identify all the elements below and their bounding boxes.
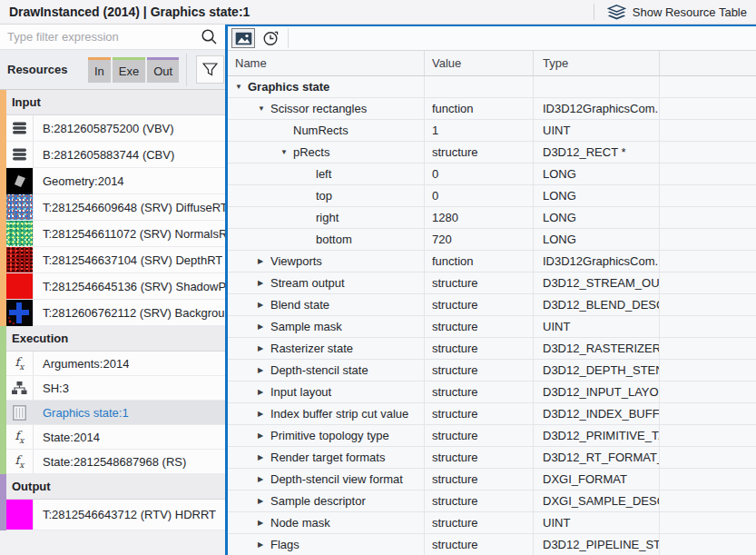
table-row-scissor-rectangles[interactable]: Scissor rectanglesfunctionID3D12Graphics…	[228, 98, 756, 120]
cell-name: Blend state	[228, 294, 425, 315]
table-row-top[interactable]: top0LONG	[228, 185, 756, 207]
filter-toggle-exe[interactable]: Exe	[113, 57, 145, 83]
expander-collapsed-icon[interactable]	[258, 431, 270, 440]
cell-type: LONG	[534, 229, 660, 250]
cell-name: Input layout	[228, 382, 425, 402]
expander-collapsed-icon[interactable]	[258, 519, 270, 527]
sidebar-item-graphics-state-1[interactable]: Graphics state:1	[6, 401, 225, 425]
table-row-sample-descriptor[interactable]: Sample descriptorstructureDXGI_SAMPLE_DE…	[228, 491, 756, 512]
search-icon[interactable]	[201, 28, 218, 45]
table-row-render-target-formats[interactable]: Render target formatsstructureD3D12_RT_F…	[228, 447, 756, 469]
table-row-primitive-topology-type[interactable]: Primitive topology typestructureD3D12_PR…	[228, 425, 756, 447]
image-view-button[interactable]	[231, 28, 255, 48]
row-name-label: bottom	[316, 233, 352, 246]
layers-icon	[607, 5, 626, 20]
table-row-right[interactable]: right1280LONG	[228, 207, 756, 229]
sidebar-item-t-2812546643712-rtv-hdrrt[interactable]: T:2812546643712 (RTV) HDRRT	[6, 500, 225, 530]
cell-type: UINT	[534, 316, 660, 337]
show-resource-table-button[interactable]: Show Resource Table	[607, 5, 756, 20]
sidebar-item-label: Geometry:2014	[34, 168, 124, 193]
history-view-button[interactable]	[259, 28, 282, 48]
sidebar-item-t-2812546645136-srv-shadowpa[interactable]: T:2812546645136 (SRV) ShadowPa...	[6, 273, 225, 300]
expander-collapsed-icon[interactable]	[258, 453, 270, 461]
table-row-depth-stencil-state[interactable]: Depth-stencil statestructureD3D12_DEPTH_…	[228, 360, 756, 382]
cell-type: D3D12_INPUT_LAYO...	[534, 382, 660, 402]
sidebar-item-b-2812605875200-vbv[interactable]: B:2812605875200 (VBV)	[6, 115, 225, 142]
sidebar-item-t-2812546611072-srv-normalsrt[interactable]: T:2812546611072 (SRV) NormalsRT	[6, 221, 225, 247]
column-header-name[interactable]: Name	[228, 51, 425, 75]
table-row-node-mask[interactable]: Node maskstructureUINT	[228, 512, 756, 534]
table-row-flags[interactable]: FlagsstructureD3D12_PIPELINE_STA...	[228, 534, 756, 555]
state-table-body: Graphics stateScissor rectanglesfunction…	[228, 76, 756, 555]
section-execution: ExecutionfxArguments:2014SH:3Graphics st…	[0, 326, 225, 474]
sidebar-item-t-2812546609648-srv-diffusert[interactable]: T:2812546609648 (SRV) DiffuseRT	[6, 194, 225, 221]
filter-funnel-button[interactable]	[196, 55, 224, 84]
cell-empty	[660, 164, 756, 184]
cell-value: structure	[425, 338, 534, 359]
cell-empty	[660, 338, 756, 359]
expander-collapsed-icon[interactable]	[258, 344, 270, 352]
expander-collapsed-icon[interactable]	[258, 497, 270, 505]
state-icon	[6, 401, 34, 424]
table-row-prects[interactable]: pRectsstructure D3D12_RECT *	[228, 142, 756, 164]
sidebar-item-b-2812605883744-cbv[interactable]: B:2812605883744 (CBV)	[6, 142, 225, 168]
row-name-label: Primitive topology type	[270, 429, 389, 442]
cell-type: D3D12_RASTERIZER_...	[534, 338, 660, 359]
column-header-type[interactable]: Type	[534, 51, 660, 75]
sidebar-item-geometry-2014[interactable]: Geometry:2014	[6, 168, 225, 194]
table-row-rasterizer-state[interactable]: Rasterizer statestructureD3D12_RASTERIZE…	[228, 338, 756, 360]
cell-value: structure	[425, 534, 534, 555]
cell-name: Primitive topology type	[228, 425, 425, 446]
cell-name: top	[228, 185, 425, 206]
expander-expanded-icon[interactable]	[280, 148, 293, 156]
table-row-index-buffer-strip-cut-value[interactable]: Index buffer strip cut valuestructureD3D…	[228, 403, 756, 425]
cell-value: structure	[425, 491, 534, 511]
sidebar-item-state-2812548687968-rs[interactable]: fxState:2812548687968 (RS)	[6, 450, 225, 474]
row-name-label: Index buffer strip cut value	[270, 407, 408, 421]
table-row-bottom[interactable]: bottom720LONG	[228, 229, 756, 251]
expander-collapsed-icon[interactable]	[258, 257, 270, 265]
cell-type: LONG	[534, 164, 660, 184]
sidebar-item-state-2014[interactable]: fxState:2014	[6, 425, 225, 450]
table-row-stream-output[interactable]: Stream outputstructureD3D12_STREAM_OU...	[228, 273, 756, 294]
table-row-numrects[interactable]: NumRects1UINT	[228, 120, 756, 142]
expander-collapsed-icon[interactable]	[258, 301, 270, 309]
table-row-depth-stencil-view-format[interactable]: Depth-stencil view formatstructureDXGI_F…	[228, 469, 756, 491]
table-row-left[interactable]: left0LONG	[228, 164, 756, 185]
cell-value: structure	[425, 316, 534, 337]
section-header-output: Output	[6, 474, 225, 500]
column-header-value[interactable]: Value	[425, 51, 534, 75]
sidebar-item-label: Arguments:2014	[34, 352, 129, 375]
table-row-graphics-state[interactable]: Graphics state	[228, 76, 756, 98]
table-row-blend-state[interactable]: Blend statestructureD3D12_BLEND_DESC	[228, 294, 756, 316]
cell-type: D3D12_BLEND_DESC	[534, 294, 660, 315]
sidebar-item-label: T:2812606762112 (SRV) Backgrou...	[34, 300, 225, 325]
expander-expanded-icon[interactable]	[235, 83, 248, 91]
cell-empty	[660, 403, 756, 424]
sidebar-item-label: B:2812605875200 (VBV)	[34, 115, 174, 141]
expander-expanded-icon[interactable]	[258, 104, 270, 113]
filter-toggle-in[interactable]: In	[88, 57, 111, 83]
expander-collapsed-icon[interactable]	[258, 322, 270, 331]
expander-collapsed-icon[interactable]	[258, 540, 270, 549]
sidebar-item-t-2812606762112-srv-backgrou[interactable]: T:2812606762112 (SRV) Backgrou...	[6, 300, 225, 326]
expander-collapsed-icon[interactable]	[258, 410, 270, 418]
expander-collapsed-icon[interactable]	[258, 475, 270, 483]
history-clock-icon	[262, 30, 280, 46]
cell-name: Sample descriptor	[228, 491, 425, 511]
sidebar-item-arguments-2014[interactable]: fxArguments:2014	[6, 352, 225, 376]
filter-expression-input[interactable]: Type filter expression	[7, 30, 119, 44]
sidebar-item-sh-3[interactable]: SH:3	[6, 376, 225, 401]
sidebar-item-t-2812546637104-srv-depthrt[interactable]: T:2812546637104 (SRV) DepthRT	[6, 247, 225, 273]
cell-type: D3D12_INDEX_BUFFE...	[534, 403, 660, 424]
expander-collapsed-icon[interactable]	[258, 388, 270, 396]
table-row-input-layout[interactable]: Input layoutstructureD3D12_INPUT_LAYO...	[228, 382, 756, 403]
cell-value: structure	[425, 273, 534, 293]
cell-type	[534, 76, 660, 97]
buffer-icon	[6, 115, 34, 141]
table-row-viewports[interactable]: ViewportsfunctionID3D12GraphicsCom...	[228, 251, 756, 273]
expander-collapsed-icon[interactable]	[258, 366, 270, 374]
expander-collapsed-icon[interactable]	[258, 279, 270, 287]
table-row-sample-mask[interactable]: Sample maskstructureUINT	[228, 316, 756, 338]
filter-toggle-out[interactable]: Out	[147, 57, 179, 83]
